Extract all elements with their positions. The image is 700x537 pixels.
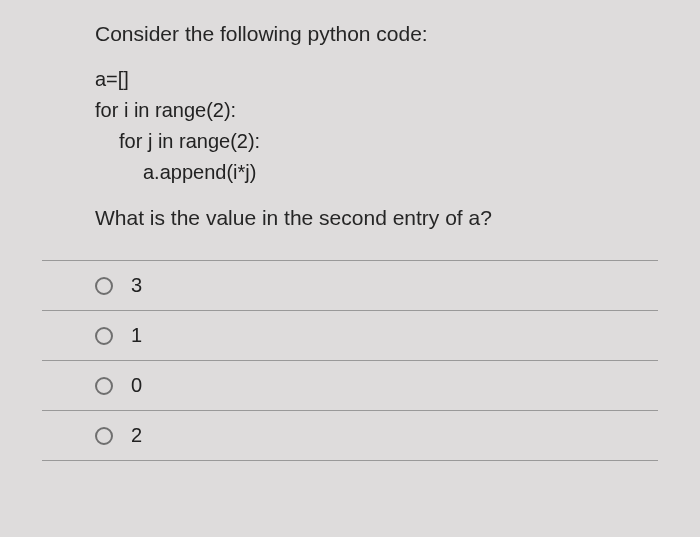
radio-icon xyxy=(95,327,113,345)
option-label: 3 xyxy=(131,274,142,297)
option-row[interactable]: 0 xyxy=(42,360,658,410)
quiz-question: Consider the following python code: a=[]… xyxy=(0,0,700,461)
code-line: a.append(i*j) xyxy=(95,157,660,188)
option-label: 2 xyxy=(131,424,142,447)
code-line: for j in range(2): xyxy=(95,126,660,157)
code-line: a=[] xyxy=(95,64,660,95)
question-text: What is the value in the second entry of… xyxy=(95,206,660,230)
radio-icon xyxy=(95,427,113,445)
option-row[interactable]: 1 xyxy=(42,310,658,360)
radio-icon xyxy=(95,277,113,295)
option-label: 1 xyxy=(131,324,142,347)
option-label: 0 xyxy=(131,374,142,397)
option-row[interactable]: 3 xyxy=(42,260,658,310)
code-block: a=[] for i in range(2): for j in range(2… xyxy=(95,64,660,188)
code-line: for i in range(2): xyxy=(95,95,660,126)
options-list: 3 1 0 2 xyxy=(42,260,658,461)
radio-icon xyxy=(95,377,113,395)
option-row[interactable]: 2 xyxy=(42,410,658,461)
prompt-text: Consider the following python code: xyxy=(95,22,660,46)
